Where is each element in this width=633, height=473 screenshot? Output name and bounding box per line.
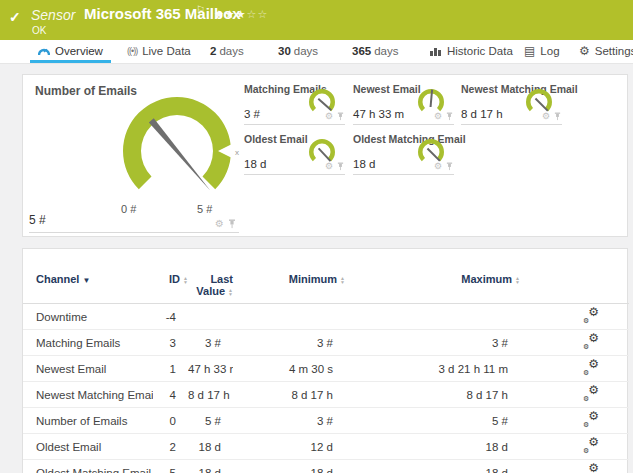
- stars-empty: ☆☆: [247, 8, 269, 20]
- pin-icon[interactable]: [337, 112, 344, 121]
- gauge-title: Newest Email: [353, 83, 421, 95]
- divider: [29, 232, 239, 233]
- channel-minimum: 4 m 30 s: [233, 356, 345, 382]
- channel-last-value: 5 #: [188, 408, 233, 434]
- channel-maximum: 18 d: [345, 434, 520, 460]
- channels-table: Channel▼ ID▲▼ Last Value▲▼ Minimum▲▼ Max…: [23, 271, 629, 473]
- column-header-last-value[interactable]: Last Value▲▼: [188, 271, 233, 304]
- main-gauge-needle: [149, 118, 213, 193]
- tab-overview[interactable]: Overview: [38, 40, 103, 62]
- tab-num: 2: [210, 45, 216, 57]
- gauge-icon: [38, 46, 50, 57]
- channel-settings-icon[interactable]: ⚙⚙: [583, 334, 599, 349]
- tab-label: Log: [540, 45, 559, 57]
- column-header-channel[interactable]: Channel▼: [23, 271, 153, 304]
- tab-num: 365: [352, 45, 371, 57]
- gauge-value: 47 h 33 m: [353, 108, 404, 120]
- channel-last-value: 18 d: [188, 460, 233, 473]
- gauge-scale-max: 5 #: [197, 203, 212, 215]
- channel-settings-icon[interactable]: ⚙⚙: [583, 438, 599, 453]
- channel-name[interactable]: Oldest Email: [23, 434, 153, 460]
- channel-name[interactable]: Matching Emails: [23, 330, 153, 356]
- pin-icon[interactable]: [337, 162, 344, 171]
- channel-last-value: 3 #: [188, 330, 233, 356]
- gauge-panel-oldest-matching-email: Oldest Matching Email 18 d ⚙: [353, 133, 454, 175]
- channel-settings-icon[interactable]: ⚙⚙: [583, 308, 599, 323]
- status-badge: OK: [32, 25, 46, 36]
- gauge-value: 18 d: [353, 158, 375, 170]
- gauges-panel: Number of Emails x 0 # 5 # 5 # ⚙ Matchin…: [22, 74, 628, 237]
- sort-icon: ▲▼: [515, 276, 520, 284]
- channel-settings-icon[interactable]: ⚙⚙: [583, 360, 599, 375]
- tab-label: Historic Data: [447, 45, 513, 57]
- gear-icon[interactable]: ⚙: [542, 112, 550, 121]
- channel-maximum: 5 #: [345, 408, 520, 434]
- chart-icon: [430, 46, 442, 56]
- table-row: Oldest Matching Email 5 18 d 18 d 18 d ⚙…: [23, 460, 629, 473]
- channel-last-value: 18 d: [188, 434, 233, 460]
- tab-2-days[interactable]: 2days: [210, 40, 244, 62]
- priority-stars[interactable]: ★★★☆☆: [214, 8, 268, 21]
- channel-name[interactable]: Number of Emails: [23, 408, 153, 434]
- gear-icon[interactable]: ⚙: [215, 219, 224, 229]
- tab-365-days[interactable]: 365days: [352, 40, 398, 62]
- channel-name[interactable]: Newest Email: [23, 356, 153, 382]
- table-row: Newest Matching Email 4 8 d 17 h 8 d 17 …: [23, 382, 629, 408]
- tab-live-data[interactable]: ((•)) Live Data: [127, 40, 191, 62]
- channel-maximum: 3 #: [345, 330, 520, 356]
- tab-num: 30: [278, 45, 291, 57]
- channel-settings-icon[interactable]: ⚙⚙: [583, 412, 599, 427]
- status-ok-check-icon: ✓: [9, 9, 21, 25]
- gauge-marker-label: x: [235, 148, 239, 157]
- pin-icon[interactable]: [228, 219, 236, 229]
- channel-name[interactable]: Newest Matching Email: [23, 382, 153, 408]
- column-header-maximum[interactable]: Maximum▲▼: [345, 271, 520, 304]
- gear-icon[interactable]: ⚙: [325, 112, 333, 121]
- sort-icon: ▲▼: [183, 276, 188, 284]
- tab-label: Overview: [55, 45, 103, 57]
- broadcast-icon: ((•)): [127, 46, 137, 56]
- channel-name[interactable]: Oldest Matching Email: [23, 460, 153, 473]
- channel-minimum: 8 d 17 h: [233, 382, 345, 408]
- gauge-value: 3 #: [244, 108, 260, 120]
- column-header-minimum[interactable]: Minimum▲▼: [233, 271, 345, 304]
- channel-minimum: [233, 304, 345, 330]
- sensor-overview-page: ✓ Sensor Microsoft 365 Mailbox ⚐ ★★★☆☆ O…: [0, 0, 633, 473]
- gauge-title: Oldest Matching Email: [353, 133, 466, 145]
- table-row: Newest Email 1 47 h 33 m 4 m 30 s 3 d 21…: [23, 356, 629, 382]
- log-icon: ▤: [524, 45, 535, 57]
- channel-minimum: 18 d: [233, 460, 345, 473]
- tab-historic-data[interactable]: Historic Data: [430, 40, 513, 62]
- channels-table-panel: Channel▼ ID▲▼ Last Value▲▼ Minimum▲▼ Max…: [22, 248, 628, 473]
- pin-icon[interactable]: [446, 112, 453, 121]
- gear-icon[interactable]: ⚙: [325, 162, 333, 171]
- flag-icon[interactable]: ⚐: [196, 4, 205, 15]
- channel-minimum: 12 d: [233, 434, 345, 460]
- pin-icon[interactable]: [554, 112, 561, 121]
- tab-settings[interactable]: ⚙ Settings: [579, 40, 633, 62]
- gauge-panel-oldest-email: Oldest Email 18 d ⚙: [244, 133, 345, 175]
- gauge-panel-newest-matching-email: Newest Matching Email 8 d 17 h ⚙: [461, 83, 562, 125]
- channel-maximum: 8 d 17 h: [345, 382, 520, 408]
- channel-minimum: 3 #: [233, 330, 345, 356]
- gear-icon[interactable]: ⚙: [434, 112, 442, 121]
- channel-settings-icon[interactable]: ⚙⚙: [583, 464, 599, 473]
- stars-filled: ★★★: [214, 8, 247, 20]
- tab-30-days[interactable]: 30days: [278, 40, 318, 62]
- sort-icon: ▲▼: [340, 276, 345, 284]
- channel-name[interactable]: Downtime: [23, 304, 153, 330]
- table-row: Number of Emails 0 5 # 3 # 5 # ⚙⚙: [23, 408, 629, 434]
- channel-id: 5: [153, 460, 188, 473]
- sensor-header: ✓ Sensor Microsoft 365 Mailbox ⚐ ★★★☆☆ O…: [0, 0, 633, 40]
- table-header-row: Channel▼ ID▲▼ Last Value▲▼ Minimum▲▼ Max…: [23, 271, 629, 304]
- pin-icon[interactable]: [446, 162, 453, 171]
- gauge-title: Newest Matching Email: [461, 83, 578, 95]
- gear-icon[interactable]: ⚙: [434, 162, 442, 171]
- gauge-value: 8 d 17 h: [461, 108, 503, 120]
- tab-log[interactable]: ▤ Log: [524, 40, 560, 62]
- column-header-id[interactable]: ID▲▼: [153, 271, 188, 304]
- table-row: Downtime -4 ⚙⚙: [23, 304, 629, 330]
- channel-settings-icon[interactable]: ⚙⚙: [583, 386, 599, 401]
- channel-id: 4: [153, 382, 188, 408]
- channel-maximum: 3 d 21 h 11 m: [345, 356, 520, 382]
